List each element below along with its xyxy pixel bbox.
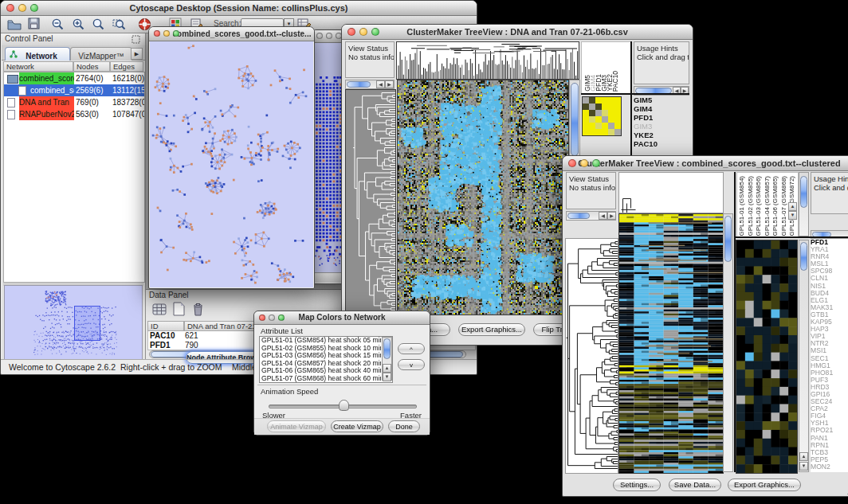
document-icon[interactable]: [172, 302, 186, 317]
vscrollbar-thumb[interactable]: [800, 242, 807, 271]
window-controls[interactable]: [6, 4, 38, 12]
scroll-right-button[interactable]: ▶: [607, 212, 616, 220]
move-down-button[interactable]: v: [398, 359, 425, 370]
zoom-button[interactable]: [371, 28, 379, 36]
dialog-title-bar[interactable]: Map Colors to Network: [254, 311, 430, 325]
labels-vscrollbar[interactable]: [799, 172, 809, 236]
zoom-out-icon[interactable]: [51, 18, 65, 31]
export-graphics-button[interactable]: Export Graphics...: [728, 479, 801, 491]
heatmap-vscrollbar[interactable]: [723, 213, 733, 472]
vscrollbar-thumb[interactable]: [800, 176, 807, 208]
main-title-bar[interactable]: Cytoscape Desktop (Session Name: collins…: [1, 1, 477, 16]
scroll-down-button[interactable]: ▼: [383, 373, 391, 381]
tab-vizmapper[interactable]: VizMapper™: [70, 47, 132, 61]
minimize-button[interactable]: [326, 33, 332, 39]
minimize-button[interactable]: [163, 30, 170, 37]
secondary-network-canvas[interactable]: [313, 43, 345, 272]
close-button[interactable]: [568, 159, 576, 167]
gene-dendrogram[interactable]: [565, 238, 618, 474]
labels-scroll-down[interactable]: ▼: [788, 211, 797, 220]
vscrollbar-thumb[interactable]: [724, 216, 732, 262]
row-value[interactable]: 790: [185, 340, 198, 351]
scroll-right-button[interactable]: ▶: [385, 80, 394, 88]
scroll-up-button[interactable]: ▲: [383, 364, 391, 373]
close-button[interactable]: [6, 4, 14, 12]
network-row-combined-scores[interactable]: combined_scores2764(0)16218(0): [4, 72, 144, 84]
network-column-header[interactable]: Network: [3, 61, 73, 72]
global-heatmap[interactable]: [397, 80, 569, 315]
tab-overflow-button[interactable]: ▶: [131, 48, 143, 60]
trash-icon[interactable]: [191, 302, 205, 317]
close-button[interactable]: [316, 33, 323, 39]
minimize-button[interactable]: [580, 159, 588, 167]
gene-item-gim3[interactable]: GIM3: [634, 122, 686, 131]
column-dendrogram[interactable]: [396, 41, 579, 80]
scrollbar-thumb[interactable]: [567, 213, 590, 219]
network-row-dna-and-tran-07[interactable]: DNA and Tran 07769(0)183728(0): [4, 96, 144, 108]
network-view-title-bar[interactable]: combined_scores_good.txt--cluste...: [149, 27, 314, 41]
zoom-button[interactable]: [592, 159, 600, 167]
attribute-list-vscrollbar[interactable]: ▲ ▼: [382, 337, 392, 381]
treeview2-title-bar[interactable]: ClusterMaker TreeView : combined_scores_…: [563, 156, 848, 171]
export-graphics-button[interactable]: Export Graphics...: [458, 323, 525, 336]
zoom-fit-icon[interactable]: [92, 18, 105, 31]
attribute-item[interactable]: GPL51-07 (GSM868) heat shock 60 min: [260, 375, 381, 383]
save-data-button[interactable]: Save Data...: [669, 479, 721, 491]
gene-item-pac10[interactable]: PAC10: [634, 139, 686, 148]
view-status-scrollbar[interactable]: ◀ ▶: [345, 80, 395, 89]
network-row-rnapubernov2[interactable]: RNAPuberNov2+563(0)107847(0): [4, 108, 144, 120]
scrollbar-thumb[interactable]: [347, 81, 371, 88]
zoom-in-icon[interactable]: [72, 18, 85, 31]
scroll-up-button[interactable]: ▲: [799, 452, 808, 461]
float-panel-icon[interactable]: [132, 35, 140, 44]
attribute-item[interactable]: GPL51-02 (GSM855) heat shock 10 min: [260, 345, 381, 353]
zoom-selected-icon[interactable]: [112, 18, 127, 31]
close-button[interactable]: [259, 315, 265, 321]
network-view-canvas[interactable]: [150, 41, 313, 287]
nodes-column-header[interactable]: Nodes: [73, 61, 110, 72]
zoom-heatmap[interactable]: [736, 240, 798, 474]
scroll-down-button[interactable]: ▼: [799, 462, 808, 471]
done-button[interactable]: Done: [388, 420, 420, 432]
labels-scroll-up[interactable]: ▲: [788, 202, 797, 211]
global-heatmap[interactable]: [618, 213, 724, 474]
view-status-scrollbar[interactable]: ◀ ▶: [566, 211, 616, 221]
zoom-button[interactable]: [278, 315, 285, 321]
save-icon[interactable]: [28, 18, 41, 30]
attribute-item[interactable]: GPL51-06 (GSM865) heat shock 40 min: [260, 367, 381, 375]
edges-column-header[interactable]: Edges: [110, 61, 143, 72]
table-icon[interactable]: [152, 303, 168, 317]
row-id[interactable]: PFD1: [150, 340, 171, 351]
attribute-item[interactable]: GPL51-03 (GSM856) heat shock 15 min: [260, 352, 381, 360]
vscrollbar-thumb[interactable]: [571, 83, 579, 156]
scroll-left-button[interactable]: ◀: [376, 80, 385, 88]
gene-item-pfd1[interactable]: PFD1: [634, 113, 686, 122]
animation-speed-slider[interactable]: [269, 400, 415, 411]
close-button[interactable]: [347, 28, 355, 36]
treeview1-title-bar[interactable]: ClusterMaker TreeView : DNA and Tran 07-…: [342, 25, 693, 40]
network-row-combined-sco[interactable]: combined_sco2569(6)13112(15): [4, 84, 144, 96]
scroll-left-button[interactable]: ◀: [599, 212, 607, 220]
column-dendrogram[interactable]: [618, 172, 724, 213]
minimize-button[interactable]: [18, 4, 26, 12]
tab-network[interactable]: Network: [5, 47, 70, 61]
zoom-heatmap-matrix[interactable]: [582, 96, 622, 136]
close-button[interactable]: [154, 30, 160, 37]
settings-button[interactable]: Settings...: [613, 479, 661, 491]
gene-item-gim4[interactable]: GIM4: [634, 104, 686, 113]
gene-item-gim5[interactable]: GIM5: [634, 96, 686, 104]
zoom-button[interactable]: [173, 30, 179, 37]
minimize-button[interactable]: [359, 28, 367, 36]
attribute-item[interactable]: GPL51-04 (GSM857) heat shock 20 min: [260, 360, 381, 368]
slider-thumb[interactable]: [339, 400, 349, 411]
gene-item-yke2[interactable]: YKE2: [634, 131, 686, 139]
zoom-button[interactable]: [30, 4, 38, 12]
gene-item-mon2[interactable]: MON2: [811, 463, 848, 471]
gene-dendrogram[interactable]: [345, 89, 396, 315]
vscrollbar-thumb[interactable]: [383, 338, 391, 359]
attribute-item[interactable]: GPL51-01 (GSM854) heat shock 05 min: [260, 337, 381, 345]
open-folder-icon[interactable]: [7, 18, 22, 30]
create-vizmap-button[interactable]: Create Vizmap: [331, 420, 383, 432]
birdseye-view[interactable]: [4, 285, 143, 360]
genelist-vscrollbar[interactable]: ▲ ▼: [799, 240, 809, 472]
